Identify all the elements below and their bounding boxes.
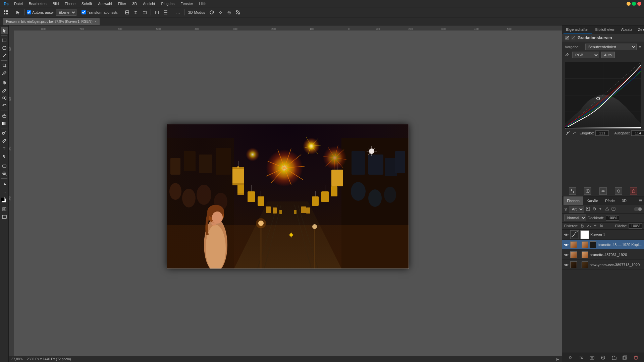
path-selection-tool[interactable] [1, 153, 8, 160]
curves-edit-point-btn[interactable] [565, 130, 571, 136]
layer-visibility-kurven1[interactable] [564, 232, 569, 237]
minimize-button[interactable] [627, 2, 631, 6]
tab-ebenen[interactable]: Ebenen [564, 196, 583, 205]
blend-mode-select[interactable]: Normal [564, 215, 586, 221]
layer-visibility-newyears[interactable] [564, 262, 569, 267]
change-screen-mode-btn[interactable] [1, 213, 8, 221]
brush-tool[interactable] [1, 87, 8, 94]
filter-toggle-switch[interactable] [634, 207, 642, 211]
layer-row-brunette-copy[interactable]: brunette-48-...-1920 Kopie... [562, 240, 644, 250]
add-mask-btn[interactable] [589, 354, 595, 361]
curves-svg[interactable] [565, 62, 641, 128]
history-brush-tool[interactable] [1, 102, 8, 110]
crop-tool[interactable] [1, 62, 8, 69]
gradient-tool[interactable] [1, 120, 8, 127]
channel-select[interactable]: RGB [572, 52, 599, 58]
menu-item-3d[interactable]: 3D [129, 1, 140, 6]
new-layer-btn[interactable] [622, 354, 628, 361]
align-center-btn[interactable] [132, 9, 140, 16]
lock-all-btn[interactable] [599, 223, 604, 229]
lock-position-btn[interactable] [592, 223, 598, 229]
tab-kanaele[interactable]: Kanäle [583, 196, 601, 205]
align-left-btn[interactable] [123, 9, 131, 16]
text-tool[interactable]: T [1, 145, 8, 152]
document-tab[interactable]: Person in bild einfügen.psdc bei 37,9% (… [3, 18, 100, 25]
opacity-input[interactable] [606, 215, 619, 221]
ausgabe-input[interactable] [631, 130, 644, 136]
foreground-background-colors[interactable] [1, 197, 8, 204]
layer-row-newyears[interactable]: new-years-eve-3897713_1920 [562, 260, 644, 270]
ebene-dropdown[interactable]: Ebene [56, 9, 76, 16]
layer-visibility-brunette-copy[interactable] [564, 242, 569, 247]
zoom-tool[interactable] [1, 170, 8, 177]
delete-layer-btn-bottom[interactable] [633, 354, 639, 361]
move-tool-arrow[interactable] [14, 9, 22, 16]
clone-tool[interactable] [1, 95, 8, 102]
distribute-h-btn[interactable] [153, 9, 161, 16]
tab-zeichen[interactable]: Zeichen [635, 25, 644, 34]
delete-layer-btn[interactable] [630, 187, 637, 195]
clip-to-layer-btn[interactable] [584, 187, 591, 195]
3d-pan-btn[interactable] [217, 9, 224, 16]
eraser-tool[interactable] [1, 112, 8, 119]
filter-adjustment-btn[interactable] [592, 206, 597, 212]
lock-transparent-btn[interactable] [580, 223, 585, 229]
marquee-tool[interactable] [1, 37, 8, 44]
layer-row-brunette[interactable]: brunette-487061_1920 [562, 250, 644, 260]
menu-item-ebene[interactable]: Ebene [62, 1, 78, 6]
vorgabe-select[interactable]: Benutzerdefiniert [585, 44, 637, 50]
link-layers-btn[interactable] [567, 354, 574, 361]
add-adjustment-btn[interactable] [600, 354, 606, 361]
lock-pixels-btn[interactable] [586, 223, 591, 229]
menu-item-schrift[interactable]: Schrift [79, 1, 95, 6]
3d-scale-btn[interactable] [234, 9, 241, 16]
filter-shape-btn[interactable] [604, 206, 610, 212]
menu-item-filter[interactable]: Filter [115, 1, 129, 6]
autom-checkbox-label[interactable]: Autom. ausw. [27, 10, 54, 14]
flaeche-input[interactable] [629, 223, 642, 229]
eingabe-input[interactable] [595, 130, 609, 136]
vorgabe-menu-btn[interactable]: ≡ [639, 45, 641, 50]
filter-smart-btn[interactable] [611, 206, 616, 212]
close-button[interactable] [637, 2, 641, 6]
autom-checkbox[interactable] [27, 10, 31, 14]
menu-item-auswahl[interactable]: Auswahl [95, 1, 115, 6]
menu-item-ansicht[interactable]: Ansicht [140, 1, 158, 6]
tab-absatz[interactable]: Absatz [619, 25, 635, 34]
group-layers-btn[interactable] [611, 354, 618, 361]
dodge-tool[interactable] [1, 129, 8, 137]
maximize-button[interactable] [632, 2, 636, 6]
curves-draw-btn[interactable] [572, 130, 578, 136]
transform-checkbox-label[interactable]: Transformationsstr. [82, 10, 118, 14]
layer-style-btn[interactable]: fx [578, 354, 585, 361]
menu-item-bild[interactable]: Bild [50, 1, 61, 6]
hand-tool[interactable] [1, 180, 8, 187]
align-right-btn[interactable] [141, 9, 148, 16]
visibility-btn[interactable] [599, 187, 607, 195]
curves-graph[interactable] [565, 62, 641, 129]
magic-wand-tool[interactable] [1, 52, 8, 59]
auto-btn[interactable]: Auto [601, 52, 615, 58]
layers-menu-btn[interactable]: ☰ [639, 198, 643, 203]
pen-tool[interactable] [1, 137, 8, 144]
tab-3d[interactable]: 3D [619, 196, 630, 205]
filter-type-btn[interactable]: T [598, 206, 603, 212]
foreground-color[interactable] [1, 197, 5, 201]
filter-pixel-btn[interactable] [585, 206, 591, 212]
menu-item-bearbeiten[interactable]: Bearbeiten [26, 1, 49, 6]
add-curve-to-selection-btn[interactable] [569, 187, 576, 195]
quick-mask-btn[interactable] [1, 205, 8, 213]
tab-bibliotheken[interactable]: Bibliotheken [593, 25, 618, 34]
spot-heal-tool[interactable] [1, 79, 8, 86]
more-options-btn[interactable]: ... [174, 9, 182, 16]
lasso-tool[interactable] [1, 44, 8, 52]
transform-checkbox[interactable] [82, 10, 86, 14]
tab-pfade[interactable]: Pfade [602, 196, 618, 205]
rectangle-tool[interactable] [1, 162, 8, 170]
3d-rotate-btn[interactable] [208, 9, 215, 16]
distribute-v-btn[interactable] [162, 9, 169, 16]
menu-item-fenster[interactable]: Fenster [178, 1, 196, 6]
extra-tools-btn[interactable]: ... [1, 187, 8, 195]
layer-row-kurven1[interactable]: Kurven 1 [562, 230, 644, 240]
layer-type-filter-select[interactable]: Art [569, 206, 584, 213]
